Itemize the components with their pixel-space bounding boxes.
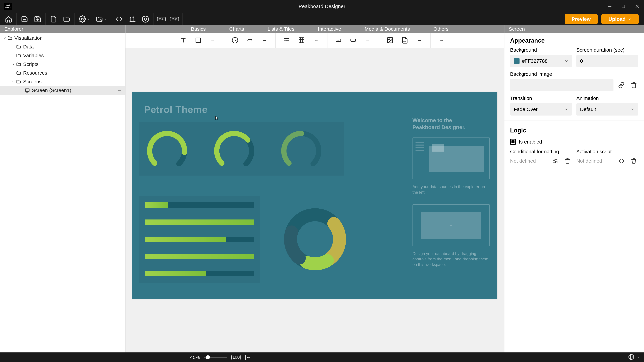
folder-icon — [7, 35, 13, 40]
tree-label: Data — [23, 44, 34, 50]
image-control-icon[interactable] — [386, 36, 394, 44]
tab-media[interactable]: Media & Documents — [353, 25, 422, 33]
pie-chart-icon[interactable] — [231, 36, 239, 44]
tree-variables[interactable]: Variables — [0, 51, 125, 60]
main-toolbar: peak edge Preview Upload — [0, 13, 644, 25]
more-interactive-icon[interactable] — [364, 36, 372, 44]
inspector-panel: Screen Appearance Background #FF327788 S… — [504, 25, 644, 353]
background-label: Background — [510, 47, 572, 53]
tree-screen1[interactable]: Screen (Screen1) — [0, 86, 125, 95]
title-bar: peakboard Peakboard Designer — [0, 0, 644, 13]
script-editor-button[interactable] — [115, 15, 124, 23]
trash-icon[interactable] — [629, 156, 638, 165]
svg-rect-47 — [553, 159, 555, 161]
tab-charts[interactable]: Charts — [218, 25, 256, 33]
resources-button[interactable] — [141, 15, 150, 23]
upload-button[interactable]: Upload — [602, 14, 639, 24]
svg-point-7 — [119, 90, 120, 91]
new-file-button[interactable] — [49, 15, 58, 23]
tab-basics[interactable]: Basics — [179, 25, 218, 33]
tree-data[interactable]: Data — [0, 42, 125, 51]
tree-screens[interactable]: Screens — [0, 77, 125, 86]
table-icon[interactable] — [297, 36, 306, 44]
transition-label: Transition — [510, 95, 572, 101]
activation-value: Not defined — [576, 158, 602, 164]
text-control-icon[interactable] — [179, 36, 188, 44]
transition-select[interactable]: Fade Over — [510, 103, 572, 115]
tree-visualization[interactable]: Visualization — [0, 34, 125, 42]
redo-button[interactable] — [22, 3, 29, 10]
folder-settings-button[interactable] — [95, 15, 108, 23]
pdf-control-icon[interactable]: PDF — [400, 36, 409, 44]
rect-control-icon[interactable] — [194, 36, 202, 44]
preview-button[interactable]: Preview — [565, 14, 598, 24]
svg-point-11 — [213, 40, 213, 40]
welcome-heading: Welcome to thePeakboard Designer. — [412, 117, 490, 131]
more-lists-icon[interactable] — [312, 36, 320, 44]
save-as-button[interactable] — [34, 15, 42, 23]
link-icon[interactable] — [617, 81, 626, 90]
canvas-workspace[interactable]: Petrol Theme — [126, 48, 504, 353]
edit-cond-fmt-icon[interactable] — [550, 156, 560, 165]
animation-select[interactable]: Default — [576, 103, 638, 115]
more-media-icon[interactable] — [415, 36, 424, 44]
tab-lists[interactable]: Lists & Tiles — [256, 25, 306, 33]
tree-scripts[interactable]: Scripts — [0, 60, 125, 68]
trash-icon[interactable] — [629, 81, 638, 90]
explorer-tree: Visualization Data Variables Scripts Res — [0, 33, 125, 96]
tip-text: Design your dashboard by dragging contro… — [412, 251, 490, 267]
zoom-100-button[interactable]: |100| — [231, 355, 241, 360]
edit-script-icon[interactable] — [617, 156, 626, 165]
undo-button[interactable] — [16, 3, 22, 10]
is-enabled-checkbox[interactable] — [510, 139, 516, 145]
is-enabled-label: Is enabled — [519, 139, 542, 145]
tree-row-more-icon[interactable] — [116, 88, 122, 92]
bg-image-input[interactable] — [510, 79, 614, 91]
save-button[interactable] — [20, 15, 29, 23]
svg-rect-9 — [196, 38, 200, 42]
home-button[interactable] — [4, 15, 13, 23]
fonts-button[interactable] — [128, 15, 136, 23]
zoom-slider[interactable] — [204, 357, 227, 358]
minimize-button[interactable] — [606, 3, 613, 10]
language-button[interactable] — [628, 354, 634, 361]
status-bar: 45% |100| |↔| — [0, 353, 644, 362]
svg-rect-0 — [622, 5, 625, 8]
trash-icon[interactable] — [563, 156, 572, 165]
tree-label: Resources — [23, 70, 47, 76]
gauge — [212, 127, 256, 171]
background-select[interactable]: #FF327788 — [510, 55, 572, 67]
button-control-icon[interactable]: OK — [334, 36, 342, 44]
edge-runtime-button[interactable]: edge — [170, 15, 179, 23]
gauge-icon[interactable] — [246, 36, 254, 44]
explorer-panel: Explorer Visualization Data Variables Sc… — [0, 25, 126, 353]
maximize-button[interactable] — [620, 3, 627, 10]
input-control-icon[interactable] — [349, 36, 357, 44]
more-others-icon[interactable] — [438, 36, 446, 44]
more-basics-icon[interactable] — [209, 36, 217, 44]
list-icon[interactable] — [282, 36, 291, 44]
svg-point-38 — [145, 127, 189, 171]
duration-input[interactable] — [576, 55, 638, 67]
tab-others[interactable]: Others — [422, 25, 460, 33]
svg-point-33 — [420, 40, 421, 40]
more-charts-icon[interactable] — [260, 36, 269, 44]
settings-button[interactable] — [78, 15, 90, 23]
fit-width-button[interactable]: |↔| — [245, 355, 253, 360]
peak-runtime-button[interactable]: peak — [157, 15, 166, 23]
folder-icon — [16, 79, 22, 84]
tree-resources[interactable]: Resources — [0, 68, 125, 77]
tab-interactive[interactable]: Interactive — [306, 25, 353, 33]
open-file-button[interactable] — [62, 15, 71, 23]
tree-label: Screen (Screen1) — [32, 87, 71, 93]
svg-point-12 — [214, 40, 214, 40]
screen-canvas[interactable]: Petrol Theme — [132, 92, 497, 299]
chevron-down-icon — [636, 356, 640, 359]
svg-point-15 — [263, 40, 264, 40]
svg-rect-18 — [299, 38, 304, 43]
folder-icon — [16, 44, 22, 49]
close-button[interactable] — [634, 3, 641, 10]
bar — [145, 254, 254, 259]
chevron-down-icon — [630, 107, 634, 111]
chevron-down-icon — [564, 107, 568, 111]
